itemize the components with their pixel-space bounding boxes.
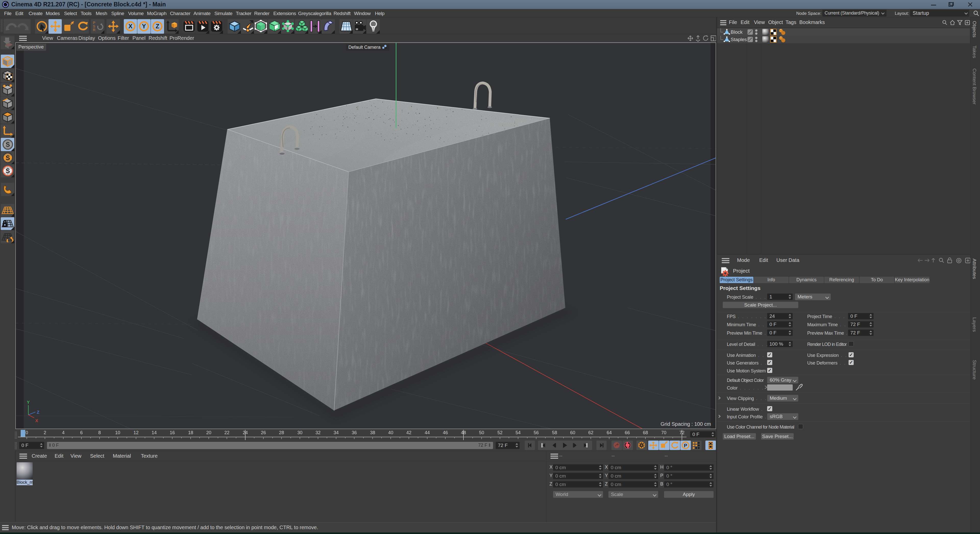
svg-text:X: X xyxy=(35,418,38,423)
svg-text:P: P xyxy=(684,443,687,448)
svg-text:S: S xyxy=(6,154,10,161)
svg-text:Z: Z xyxy=(156,23,159,30)
svg-text:X: X xyxy=(128,23,132,30)
svg-text:Y: Y xyxy=(27,400,30,405)
svg-text:Y: Y xyxy=(142,23,146,30)
svg-text:S: S xyxy=(6,167,10,174)
svg-text:Z: Z xyxy=(37,410,39,415)
svg-text:R: R xyxy=(93,28,95,32)
svg-text:S: S xyxy=(6,141,10,148)
